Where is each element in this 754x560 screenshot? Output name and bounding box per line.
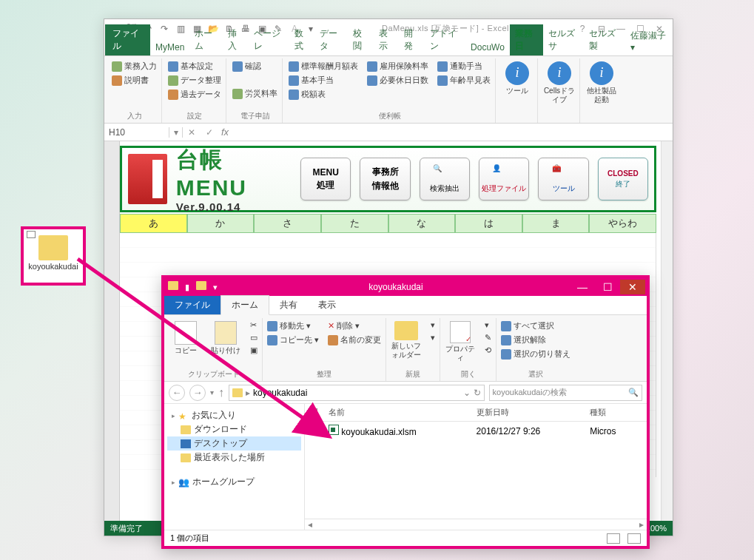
- tab-home[interactable]: ホーム: [189, 24, 223, 55]
- kana-tab-ka[interactable]: か: [187, 214, 255, 233]
- ribbon-kihon[interactable]: 基本手当: [287, 74, 360, 87]
- new-folder-button[interactable]: 新しいフォルダー: [389, 320, 423, 360]
- kana-tab-a[interactable]: あ: [120, 214, 187, 233]
- folder-icon[interactable]: [168, 281, 178, 290]
- name-box[interactable]: H10: [104, 127, 169, 138]
- fx-icon[interactable]: fx: [218, 126, 232, 138]
- new-item-icon[interactable]: ▾: [429, 320, 437, 331]
- minimize-icon[interactable]: —: [570, 280, 595, 294]
- ribbon-tool-button[interactable]: iツール: [500, 60, 534, 95]
- tab-view[interactable]: 表示: [374, 24, 400, 55]
- cut-icon[interactable]: ✂: [249, 320, 259, 331]
- copy-to-button[interactable]: コピー先 ▾: [266, 334, 320, 346]
- tab-pagelayout[interactable]: ページレ: [249, 24, 289, 55]
- ribbon-rousai[interactable]: 労災料率: [231, 87, 279, 100]
- back-icon[interactable]: ←: [169, 385, 185, 401]
- kana-tab-ta[interactable]: た: [321, 214, 388, 233]
- breadcrumb[interactable]: koyoukakudai: [253, 388, 307, 398]
- kana-tab-ma[interactable]: ま: [522, 214, 590, 233]
- menu-btn-closed[interactable]: CLOSED 終了: [598, 158, 648, 200]
- tab-docuwo[interactable]: DocuWo: [465, 39, 510, 55]
- tab-gyoumuhi[interactable]: 業務日: [510, 24, 543, 55]
- tree-favorites[interactable]: ▸★お気に入り: [167, 408, 301, 422]
- up-icon[interactable]: ↑: [218, 386, 224, 399]
- ribbon-kyuujitsu[interactable]: 必要休日日数: [366, 74, 430, 87]
- kana-tab-na[interactable]: な: [388, 214, 456, 233]
- paste-button[interactable]: 貼り付け: [209, 320, 243, 355]
- ribbon-data-seiri[interactable]: データ整理: [166, 74, 223, 87]
- menu-btn-tool[interactable]: 🧰 ツール: [538, 158, 588, 200]
- tab-home[interactable]: ホーム: [221, 295, 269, 315]
- properties-button[interactable]: ✓プロパティ: [443, 320, 477, 362]
- tree-downloads[interactable]: ダウンロード: [167, 422, 301, 436]
- tab-review[interactable]: 校閲: [348, 24, 374, 55]
- enter-formula-icon[interactable]: ✓: [201, 127, 218, 138]
- qat-dropdown-icon[interactable]: ▾: [209, 281, 222, 293]
- ribbon-hyoujun[interactable]: 標準報酬月額表: [287, 60, 360, 72]
- name-box-dropdown-icon[interactable]: ▾: [169, 127, 183, 138]
- menu-btn-jimusho[interactable]: 事務所 情報他: [360, 158, 410, 200]
- tab-file[interactable]: ファイル: [105, 24, 150, 55]
- tab-view[interactable]: 表示: [308, 296, 346, 314]
- search-input[interactable]: koyoukakudaiの検索 🔍: [489, 385, 642, 401]
- menu-btn-shorifile[interactable]: 👤 処理ファイル: [479, 158, 529, 200]
- ribbon-koyouhoken[interactable]: 雇用保険料率: [366, 60, 430, 72]
- delete-button[interactable]: ✕削除 ▾: [326, 320, 383, 332]
- tree-homegroup[interactable]: ▸👥ホームグループ: [167, 475, 301, 489]
- menu-btn-search[interactable]: 🔍 検索抽出: [420, 158, 470, 200]
- tree-desktop[interactable]: デスクトップ: [167, 436, 301, 451]
- refresh-icon[interactable]: ↻: [474, 388, 481, 398]
- col-type[interactable]: 種類: [584, 404, 647, 421]
- tab-cellssa[interactable]: セルズサ: [543, 24, 584, 55]
- ribbon-other-launch-button[interactable]: i他社製品起動: [585, 60, 619, 104]
- vertical-scrollbar[interactable]: [661, 141, 673, 521]
- details-view-icon[interactable]: [607, 533, 620, 544]
- file-row[interactable]: koyoukakudai.xlsm 2016/12/27 9:26 Micros: [305, 422, 647, 440]
- col-name[interactable]: 名前: [323, 404, 471, 421]
- ribbon-cellsdrive-button[interactable]: iCellsドライブ: [542, 60, 576, 104]
- icons-view-icon[interactable]: [627, 533, 641, 544]
- ribbon-past-data[interactable]: 過去データ: [166, 88, 223, 101]
- ribbon-tsuukin[interactable]: 通勤手当: [436, 60, 492, 72]
- rename-button[interactable]: 名前の変更: [326, 334, 383, 346]
- ribbon-gyoumu-input[interactable]: 業務入力: [110, 60, 158, 72]
- redo-icon[interactable]: ↷: [158, 22, 171, 36]
- menu-btn-menu-shori[interactable]: MENU 処理: [300, 158, 351, 200]
- col-checkbox[interactable]: ☐: [305, 404, 323, 421]
- tab-cellssei[interactable]: セルズ製: [584, 24, 625, 55]
- account-name[interactable]: 佐藤淑子 ▾: [625, 27, 673, 55]
- select-invert-button[interactable]: 選択の切り替え: [499, 348, 572, 360]
- properties-icon[interactable]: ▮: [181, 281, 194, 293]
- kana-tab-sa[interactable]: さ: [254, 214, 321, 233]
- desktop-folder-icon[interactable]: koyoukakudai: [21, 226, 86, 286]
- tab-share[interactable]: 共有: [269, 296, 308, 314]
- select-none-button[interactable]: 選択解除: [499, 334, 572, 346]
- tab-addin[interactable]: アドイン: [425, 24, 465, 55]
- copy-button[interactable]: コピー: [169, 320, 203, 355]
- open-icon[interactable]: ▾: [483, 320, 493, 331]
- move-to-button[interactable]: 移動先 ▾: [266, 320, 320, 332]
- recent-locations-icon[interactable]: ▾: [210, 388, 214, 397]
- cancel-formula-icon[interactable]: ✕: [183, 127, 201, 138]
- tab-mymen[interactable]: MyMen: [150, 39, 189, 55]
- edit-icon[interactable]: ✎: [483, 332, 493, 343]
- ribbon-zeigaku[interactable]: 税額表: [287, 88, 360, 101]
- tab-developer[interactable]: 開発: [399, 24, 425, 55]
- tab-data[interactable]: データ: [314, 24, 348, 55]
- maximize-icon[interactable]: ☐: [595, 280, 620, 294]
- col-date[interactable]: 更新日時: [471, 404, 585, 421]
- address-dropdown-icon[interactable]: ⌄: [463, 388, 471, 398]
- address-bar[interactable]: ▸ koyoukakudai ⌄ ↻: [229, 385, 485, 401]
- new-folder-icon[interactable]: [196, 281, 206, 290]
- tree-recent[interactable]: 最近表示した場所: [167, 451, 301, 465]
- history-icon[interactable]: ⟲: [483, 345, 493, 356]
- select-all-button[interactable]: すべて選択: [499, 320, 572, 332]
- kana-tab-ha[interactable]: は: [455, 214, 522, 233]
- forward-icon[interactable]: →: [189, 385, 206, 401]
- ribbon-basic-settings[interactable]: 基本設定: [166, 60, 223, 72]
- close-icon[interactable]: ✕: [620, 280, 645, 294]
- ribbon-confirm[interactable]: 確認: [231, 60, 279, 72]
- qat-btn[interactable]: ▥: [174, 22, 187, 36]
- tab-file[interactable]: ファイル: [164, 296, 221, 314]
- kana-tab-yarawa[interactable]: やらわ: [589, 214, 656, 233]
